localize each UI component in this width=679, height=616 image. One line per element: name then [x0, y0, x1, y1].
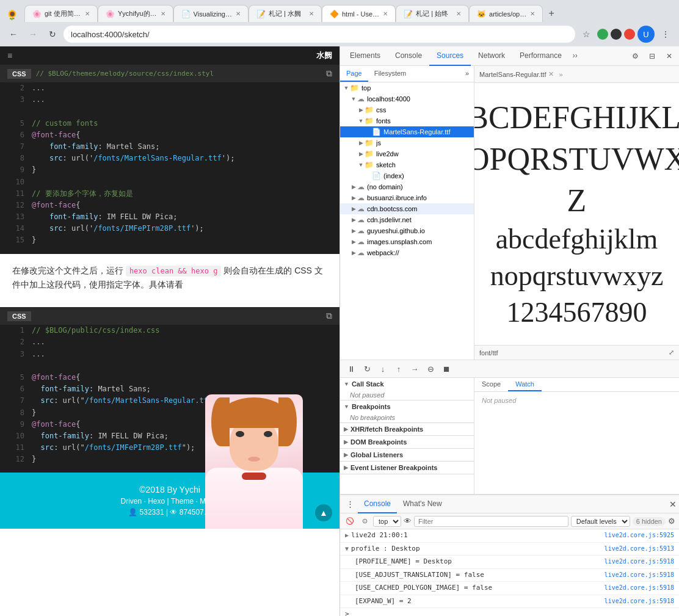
msg-source-1[interactable]: live2d.core.js:5913: [605, 544, 674, 553]
back-button[interactable]: ←: [5, 26, 22, 43]
step-button[interactable]: →: [408, 363, 421, 375]
step-out-button[interactable]: ↑: [393, 363, 405, 375]
pause-exception-button[interactable]: ⏹: [440, 363, 452, 375]
msg-source-3[interactable]: live2d.core.js:5918: [605, 570, 674, 579]
tab-4-close[interactable]: ✕: [309, 10, 314, 17]
console-filter-input[interactable]: [414, 516, 568, 527]
devtools-tab-more[interactable]: ››: [569, 46, 581, 66]
devtools-tab-elements[interactable]: Elements: [343, 46, 388, 66]
file-tab-name: MartelSans-Regular.ttf: [479, 71, 546, 78]
tree-item-martel[interactable]: 📄 MartelSans-Regular.ttf: [340, 126, 474, 137]
msg-source-5[interactable]: live2d.core.js:5918: [605, 596, 674, 606]
devtools-tab-sources[interactable]: Sources: [429, 46, 471, 66]
tab-6-close[interactable]: ✕: [456, 10, 461, 17]
msg-source-0[interactable]: live2d.core.js:5925: [605, 531, 674, 540]
devtools-settings-icon[interactable]: ⚙: [628, 49, 642, 63]
new-tab-button[interactable]: +: [543, 5, 560, 22]
devtools-close-icon[interactable]: ✕: [662, 49, 677, 63]
tree-item-webpack[interactable]: ▶ ☁ webpack://: [340, 247, 474, 258]
profile-icon[interactable]: U: [637, 26, 655, 43]
file-tab-close-icon[interactable]: ✕: [548, 70, 554, 78]
msg-source-4[interactable]: live2d.core.js:5918: [605, 583, 674, 592]
url-input[interactable]: [64, 26, 575, 43]
devtools-tab-console[interactable]: Console: [388, 46, 429, 66]
console-settings-btn[interactable]: ⋮: [343, 499, 358, 509]
tree-item-css[interactable]: ▶ 📁 css: [340, 104, 474, 115]
tab-7[interactable]: 🐱 articles/op… ✕: [469, 5, 543, 22]
refresh-button[interactable]: ↻: [44, 26, 61, 43]
code-block-label-2: CSS: [7, 311, 31, 321]
tree-item-sketch[interactable]: ▼ 📁 sketch: [340, 159, 474, 170]
tree-item-live2dw[interactable]: ▶ 📁 live2dw: [340, 148, 474, 159]
scope-tab[interactable]: Scope: [474, 378, 508, 391]
sources-filesystem-tab[interactable]: Filesystem: [368, 66, 413, 82]
tree-item-jsdelivr[interactable]: ▶ ☁ cdn.jsdelivr.net: [340, 214, 474, 225]
font-preview-area: ABCDEFGHIJKLM NOPQRSTUVWXY Z abcdefghijk…: [474, 83, 679, 345]
step-into-button[interactable]: ↓: [377, 363, 389, 375]
dom-breakpoints-header[interactable]: ▶ DOM Breakpoints: [340, 436, 474, 448]
global-listeners-header[interactable]: ▶ Global Listeners: [340, 449, 474, 461]
tree-item-fonts[interactable]: ▼ 📁 fonts: [340, 115, 474, 126]
call-stack-header[interactable]: ▼ Call Stack: [340, 378, 474, 390]
tree-item-nodomain[interactable]: ▶ ☁ (no domain): [340, 181, 474, 192]
tab-4[interactable]: 📝 札记 | 水阙 ✕: [249, 5, 322, 22]
copy-icon-2[interactable]: ⧉: [326, 311, 332, 321]
devtools-dock-icon[interactable]: ⊟: [645, 49, 659, 63]
tab-7-close[interactable]: ✕: [530, 10, 535, 17]
forward-button[interactable]: →: [24, 26, 42, 43]
xhr-breakpoints-header[interactable]: ▶ XHR/fetch Breakpoints: [340, 423, 474, 435]
tree-item-js[interactable]: ▶ 📁 js: [340, 137, 474, 148]
devtools-tab-performance[interactable]: Performance: [512, 46, 569, 66]
tab-1[interactable]: 🌸 git 使用简… ✕: [24, 5, 98, 22]
sources-tab-more[interactable]: »: [460, 66, 474, 82]
console-tab-console[interactable]: Console: [358, 495, 397, 513]
tab-2[interactable]: 🌸 Yychifyu的… ✕: [98, 5, 173, 22]
bookmark-icon[interactable]: ☆: [578, 26, 595, 43]
deactivate-button[interactable]: ⊖: [424, 363, 437, 375]
tab-5[interactable]: 🔶 html - Use… ✕: [322, 5, 396, 22]
devtools-tab-network[interactable]: Network: [471, 46, 512, 66]
tree-item-unsplash[interactable]: ▶ ☁ images.unsplash.com: [340, 236, 474, 247]
console-settings-icon[interactable]: ⚙: [668, 516, 675, 526]
webpage-hamburger[interactable]: ≡: [7, 51, 12, 60]
code-comment-1: // $BLOG/themes/melody/source/css/index.…: [36, 70, 214, 78]
tree-item-index[interactable]: 📄 (index): [340, 170, 474, 181]
tab-1-close[interactable]: ✕: [85, 10, 90, 17]
console-context-select[interactable]: top: [373, 516, 401, 527]
msg-expand-1[interactable]: ▼: [345, 544, 349, 553]
tab-5-close[interactable]: ✕: [383, 10, 388, 17]
console-eye-btn[interactable]: 👁: [404, 516, 412, 526]
msg-source-2[interactable]: live2d.core.js:5918: [605, 557, 674, 566]
watch-tab[interactable]: Watch: [508, 378, 542, 391]
tab-2-close[interactable]: ✕: [161, 10, 165, 17]
tab-bar: 🌻 🌸 git 使用简… ✕ 🌸 Yychifyu的… ✕ 📄 Visualiz…: [0, 0, 679, 22]
preserve-log-btn[interactable]: ⊙: [358, 515, 371, 527]
pause-button[interactable]: ⏸: [345, 363, 357, 375]
tree-item-bootcss[interactable]: ▶ ☁ cdn.bootcss.com: [340, 203, 474, 214]
sources-page-tab[interactable]: Page: [340, 66, 368, 82]
tab-3-close[interactable]: ✕: [236, 10, 241, 17]
tab-3[interactable]: 📄 Visualizing… ✕: [173, 5, 249, 22]
console-messages: ▶ live2d 21:00:1 live2d.core.js:5925 ▼ p…: [340, 529, 679, 616]
tree-item-guyueshui[interactable]: ▶ ☁ guyueshui.github.io: [340, 225, 474, 236]
file-tab-more-icon[interactable]: »: [559, 71, 562, 78]
tree-item-busuanzi[interactable]: ▶ ☁ busuanzi.ibruce.info: [340, 192, 474, 203]
font-resize-icon[interactable]: ⤢: [669, 349, 674, 357]
breakpoints-header[interactable]: ▼ Breakpoints: [340, 400, 474, 413]
tab-2-title: Yychifyu的…: [118, 9, 157, 18]
console-level-select[interactable]: Default levels: [571, 516, 630, 527]
step-over-button[interactable]: ↻: [361, 363, 373, 375]
menu-icon[interactable]: ⋮: [657, 26, 674, 43]
tree-item-localhost[interactable]: ▼ ☁ localhost:4000: [340, 93, 474, 104]
console-close-btn[interactable]: ✕: [669, 499, 677, 509]
copy-icon-1[interactable]: ⧉: [326, 68, 332, 79]
tree-item-top[interactable]: ▼ 📁 top: [340, 82, 474, 93]
breakpoints-status: No breakpoints: [340, 413, 474, 422]
msg-expand-0[interactable]: ▶: [345, 531, 349, 540]
console-tab-whatsnew[interactable]: What's New: [397, 495, 448, 513]
event-listener-header[interactable]: ▶ Event Listener Breakpoints: [340, 462, 474, 474]
clear-console-btn[interactable]: 🚫: [344, 515, 356, 527]
tab-6[interactable]: 📝 札记 | 始终 ✕: [396, 5, 469, 22]
console-prompt[interactable]: >: [340, 608, 679, 616]
scroll-to-top-button[interactable]: ▲: [315, 504, 332, 521]
